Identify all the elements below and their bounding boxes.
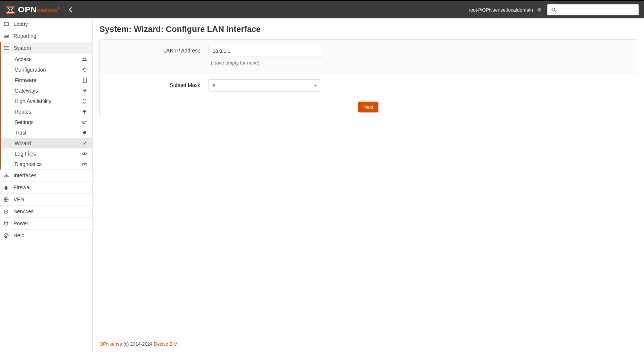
- search-button[interactable]: [547, 4, 560, 15]
- top-bar: OPNsense® root@OPNsense.localdomain: [0, 1, 644, 18]
- sub-item-gateways[interactable]: Gateways: [1, 85, 92, 96]
- sub-item-configuration[interactable]: Configuration: [1, 64, 92, 75]
- svg-line-41: [5, 236, 5, 237]
- certificate-icon: [83, 130, 87, 135]
- status-indicator-icon[interactable]: [537, 8, 541, 12]
- users-icon: [82, 57, 87, 61]
- nav-item-reporting[interactable]: Reporting: [0, 30, 92, 42]
- main-content: System: Wizard: Configure LAN Interface …: [93, 18, 644, 352]
- lan-ip-label: LAN IP Address:: [107, 45, 209, 54]
- search-input[interactable]: [560, 4, 639, 15]
- svg-point-2: [552, 8, 555, 11]
- cog-icon: [4, 209, 11, 214]
- sub-item-firmware[interactable]: Firmware: [1, 75, 92, 85]
- sub-label: Configuration: [15, 67, 46, 73]
- footer-brand-link[interactable]: OPNsense: [99, 342, 122, 347]
- brand-logo[interactable]: OPNsense®: [5, 5, 60, 15]
- nav-label: Interfaces: [14, 172, 36, 178]
- sidebar-nav: Lobby Reporting System Access Configurat…: [0, 18, 93, 352]
- sub-item-log-files[interactable]: Log Files: [1, 148, 92, 159]
- svg-rect-4: [5, 22, 9, 25]
- svg-point-38: [5, 235, 7, 237]
- svg-point-18: [83, 131, 87, 135]
- sub-label: Diagnostics: [15, 161, 42, 167]
- subnet-mask-value: 8: [213, 83, 215, 88]
- nav-item-help[interactable]: Help: [0, 229, 92, 241]
- sub-item-access[interactable]: Access: [1, 54, 92, 64]
- footer-company-link[interactable]: Deciso B.V.: [154, 342, 178, 347]
- collapse-sidebar-button[interactable]: [69, 7, 72, 12]
- nav-item-vpn[interactable]: VPN: [0, 193, 92, 205]
- sub-item-wizard[interactable]: Wizard: [1, 138, 92, 148]
- sub-item-trust[interactable]: Trust: [1, 127, 92, 138]
- svg-point-22: [86, 142, 87, 143]
- nav-item-firewall[interactable]: Firewall: [0, 181, 92, 193]
- nav-item-interfaces[interactable]: Interfaces: [0, 169, 92, 181]
- eye-icon: [82, 152, 87, 156]
- globe-icon: [4, 197, 11, 202]
- list-icon: [4, 46, 11, 50]
- svg-point-9: [83, 58, 84, 59]
- refresh-icon: [82, 99, 87, 103]
- sitemap-icon: [4, 173, 11, 178]
- lan-ip-hint: (leave empty for none): [209, 60, 321, 69]
- nav-label: VPN: [14, 196, 24, 202]
- svg-rect-28: [6, 174, 7, 175]
- sub-label: Firmware: [15, 77, 36, 83]
- svg-line-42: [7, 236, 8, 237]
- nav-label: Reporting: [14, 33, 36, 39]
- svg-point-23: [84, 153, 85, 154]
- life-ring-icon: [4, 233, 11, 238]
- svg-rect-25: [84, 163, 86, 163]
- plug-icon: [4, 221, 11, 226]
- sub-label: Routes: [15, 109, 31, 115]
- magic-wand-icon: [83, 141, 87, 145]
- cogs-icon: [82, 120, 87, 125]
- sub-label: Settings: [15, 119, 34, 125]
- sub-label: Log Files: [15, 151, 36, 157]
- svg-point-10: [85, 58, 86, 59]
- nav-item-lobby[interactable]: Lobby: [0, 18, 92, 30]
- user-host-label: root@OPNsense.localdomain: [469, 7, 533, 13]
- fire-icon: [4, 185, 11, 190]
- form-panel: LAN IP Address: (leave empty for none) S…: [99, 39, 637, 117]
- opnsense-logo-icon: [5, 5, 16, 15]
- footer: OPNsense (c) 2014-2024 Deciso B.V.: [93, 336, 644, 352]
- nav-item-system[interactable]: System: [0, 42, 92, 54]
- svg-rect-31: [8, 177, 9, 178]
- svg-rect-11: [83, 78, 87, 82]
- subnet-mask-label: Subnet Mask:: [107, 79, 209, 88]
- svg-rect-30: [6, 177, 7, 178]
- nav-item-power[interactable]: Power: [0, 217, 92, 229]
- sub-label: Wizard: [15, 140, 31, 146]
- nav-label: Firewall: [14, 184, 32, 190]
- svg-point-17: [85, 120, 87, 122]
- lan-ip-input[interactable]: [209, 45, 321, 57]
- location-arrow-icon: [83, 88, 87, 93]
- svg-line-40: [7, 234, 8, 235]
- svg-point-36: [6, 211, 7, 212]
- history-icon: [82, 67, 87, 72]
- medkit-icon: [82, 162, 87, 166]
- next-button[interactable]: Next: [358, 102, 379, 112]
- sub-item-high-availability[interactable]: High Availability: [1, 96, 92, 106]
- subnet-mask-select[interactable]: 8: [209, 79, 321, 91]
- page-title: System: Wizard: Configure LAN Interface: [93, 18, 644, 39]
- nav-label: Services: [14, 208, 34, 214]
- search-icon: [551, 7, 556, 12]
- nav-label: Help: [14, 232, 24, 238]
- brand-text-accent: sense: [37, 6, 57, 14]
- sub-item-routes[interactable]: Routes: [1, 106, 92, 117]
- sub-item-settings[interactable]: Settings: [1, 117, 92, 127]
- chart-area-icon: [4, 34, 11, 38]
- sub-item-diagnostics[interactable]: Diagnostics: [1, 159, 92, 169]
- signpost-icon: [82, 109, 87, 114]
- brand-text-main: OPN: [18, 5, 37, 14]
- svg-line-19: [84, 142, 86, 145]
- footer-copyright: (c) 2014-2024: [122, 342, 154, 347]
- chevron-down-icon: [314, 85, 317, 87]
- svg-point-21: [85, 141, 85, 142]
- sub-label: High Availability: [15, 98, 51, 104]
- sub-label: Gateways: [15, 88, 38, 94]
- nav-item-services[interactable]: Services: [0, 205, 92, 217]
